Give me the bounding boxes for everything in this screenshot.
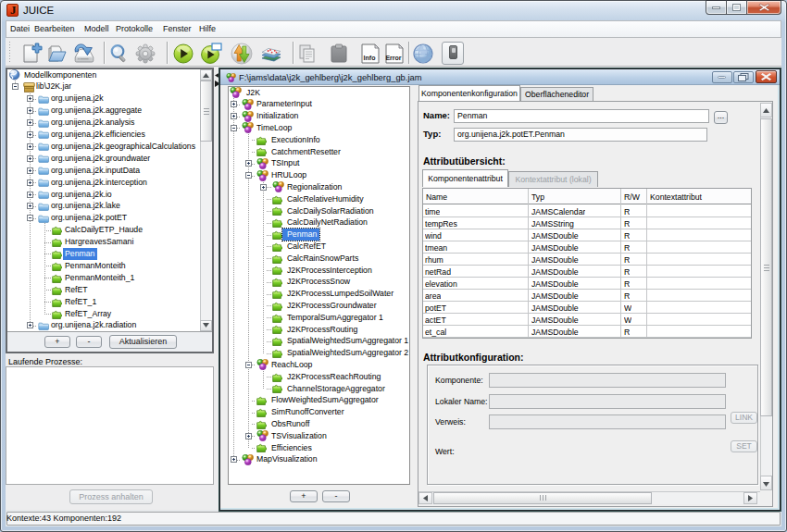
svg-text:Error: Error: [385, 55, 401, 61]
svg-text:Info: Info: [364, 55, 376, 61]
